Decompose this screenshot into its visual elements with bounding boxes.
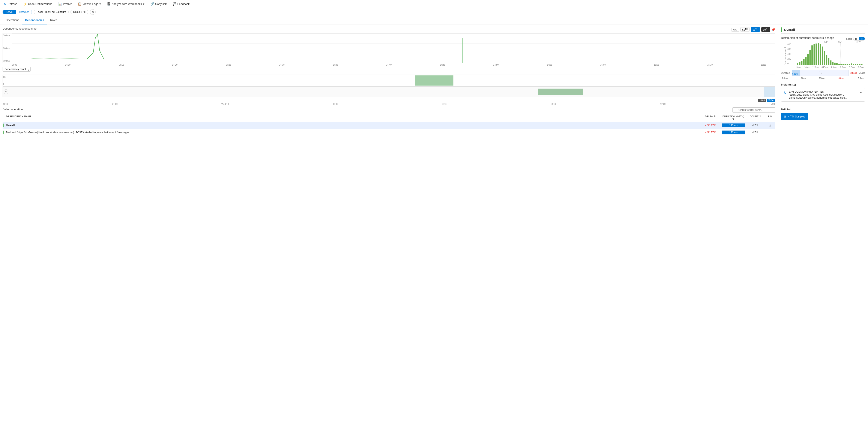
svg-rect-13 bbox=[820, 44, 821, 65]
th-dependency-name: DEPENDENCY NAME bbox=[6, 115, 699, 120]
th-pin: PIN bbox=[766, 115, 774, 120]
overall-indicator bbox=[781, 27, 782, 32]
table-row[interactable]: Overall ↗ 54.77% 193 ms 4.74k ◎ bbox=[3, 122, 775, 129]
tab-operations[interactable]: Operations bbox=[3, 16, 22, 24]
svg-rect-26 bbox=[846, 64, 848, 65]
avg-btn[interactable]: Avg bbox=[731, 28, 739, 31]
tab-dependencies[interactable]: Dependencies bbox=[22, 16, 47, 24]
tab-roles[interactable]: Roles bbox=[47, 16, 60, 24]
view-in-logs-button[interactable]: 📋 View in Logs ▾ bbox=[76, 1, 102, 6]
count-sort-icon[interactable]: ⇅ bbox=[760, 115, 762, 118]
svg-rect-30 bbox=[855, 64, 856, 65]
scale-log-btn[interactable]: |||| bbox=[859, 37, 865, 40]
count-chart: 5k 0 bbox=[3, 75, 775, 86]
metric-dropdown[interactable]: Dependency count bbox=[3, 67, 31, 71]
timeline-selected-range bbox=[764, 87, 775, 97]
timeline-refresh-icon[interactable]: ↻ bbox=[4, 89, 8, 94]
row-duration: 193 ms bbox=[722, 123, 745, 127]
analyze-workbooks-button[interactable]: 📓 Analyze with Workbooks ▾ bbox=[106, 1, 146, 6]
svg-rect-17 bbox=[828, 58, 829, 65]
time-badge-start: 14:04 bbox=[758, 99, 766, 102]
insight-expand-icon[interactable]: ⌄ bbox=[860, 90, 862, 94]
row-count: 4.74k bbox=[747, 131, 764, 134]
insight-refresh-icon: ↻ bbox=[784, 91, 786, 95]
count-y-label-0: 0 bbox=[3, 83, 4, 85]
table-row[interactable]: Backend (https://sb-3eznvkjdtamlu.servic… bbox=[3, 129, 775, 136]
svg-rect-12 bbox=[818, 43, 819, 65]
scale-label: Scale bbox=[846, 37, 852, 40]
p99-btn[interactable]: 99TH bbox=[761, 27, 770, 32]
search-input[interactable] bbox=[732, 108, 775, 113]
timeline-chart: ↻ bbox=[3, 86, 775, 97]
scale-toggle[interactable]: |||| |||| bbox=[853, 37, 865, 40]
pin-chart-button[interactable]: 📌 bbox=[772, 28, 775, 31]
drill-samples-button[interactable]: ⊞ 4.74k Samples bbox=[781, 113, 808, 120]
time-filter-pill[interactable]: Local Time: Last 24 hours bbox=[34, 10, 69, 14]
y-axis-label: Dependency count bbox=[784, 47, 786, 65]
svg-rect-8 bbox=[809, 50, 811, 65]
row-delta: ↗ 54.77% bbox=[701, 131, 720, 134]
select-op-label: Select operation bbox=[3, 108, 23, 111]
copy-link-icon: 🔗 bbox=[151, 2, 154, 6]
row-dependency-name: Overall bbox=[6, 124, 699, 127]
copy-link-button[interactable]: 🔗 Copy link bbox=[149, 1, 168, 6]
p99-label: 99TH bbox=[856, 40, 861, 43]
insights-section: Insights (1) ↻ 97% COMMON PROPERTIES: re… bbox=[781, 83, 865, 101]
svg-rect-3 bbox=[799, 62, 800, 65]
svg-rect-20 bbox=[834, 63, 835, 65]
p95-btn[interactable]: 95TH bbox=[751, 27, 760, 32]
profiler-icon: 📊 bbox=[58, 2, 62, 6]
duration-sort-icon[interactable]: ⇅ bbox=[732, 118, 735, 120]
timeline-svg bbox=[9, 87, 764, 97]
search-wrapper: 🔍 bbox=[732, 108, 775, 113]
svg-rect-0 bbox=[415, 76, 454, 86]
svg-rect-5 bbox=[803, 59, 804, 65]
dropdown-wrapper[interactable]: Dependency count bbox=[3, 67, 31, 73]
drill-section: Drill into... ⊞ 4.74k Samples bbox=[781, 105, 865, 120]
feedback-button[interactable]: 💬 Feedback bbox=[172, 1, 191, 6]
distribution-title: Distribution of durations: zoom into a r… bbox=[781, 36, 834, 39]
duration-slider[interactable]: 1.0ms ⛶ bbox=[792, 70, 849, 76]
row-pin-btn[interactable]: ◎ bbox=[766, 124, 774, 127]
refresh-button[interactable]: ↻ Refresh bbox=[3, 1, 19, 6]
delta-sort-icon[interactable]: ⇅ bbox=[714, 115, 716, 118]
chart-section: Dependency response time Avg 50TH 95TH 9… bbox=[3, 27, 775, 105]
chart-y-labels: 200 ms 200 ms 190ms bbox=[3, 33, 12, 63]
duration-max-label: 3.8sec bbox=[850, 72, 857, 74]
duration-label: Duration bbox=[781, 71, 790, 74]
row-dependency-name: Backend (https://sb-3eznvkjdtamlu.servic… bbox=[6, 131, 699, 134]
server-tab-button[interactable]: Server bbox=[3, 10, 16, 14]
insight-properties: resultCode, client_City, client_CountryO… bbox=[789, 93, 847, 99]
svg-rect-32 bbox=[859, 64, 860, 65]
browser-tab-button[interactable]: Browser bbox=[16, 10, 32, 14]
svg-rect-6 bbox=[805, 57, 806, 65]
duration-range-section: Duration 1.0ms ⛶ 3.8sec 5.5sec 1.0ms 94m… bbox=[781, 70, 865, 80]
filter-bar: Server Browser Local Time: Last 24 hours… bbox=[0, 8, 868, 16]
svg-rect-11 bbox=[815, 43, 817, 65]
duration-range-labels: 1.0ms 94ms 190ms 3.8sec 5.5sec bbox=[781, 77, 865, 80]
profiler-button[interactable]: 📊 Profiler bbox=[57, 1, 73, 6]
svg-rect-23 bbox=[840, 64, 842, 65]
svg-rect-31 bbox=[857, 64, 858, 65]
p50-btn[interactable]: 50TH bbox=[741, 27, 749, 32]
scale-linear-btn[interactable]: |||| bbox=[854, 37, 859, 40]
roles-filter-pill[interactable]: Roles = All bbox=[70, 10, 88, 14]
insights-title: Insights (1) bbox=[781, 83, 865, 86]
filter-options-button[interactable]: ⊙ bbox=[90, 9, 96, 15]
svg-rect-25 bbox=[845, 64, 846, 65]
count-chart-svg bbox=[9, 75, 775, 86]
insight-text: 97% COMMON PROPERTIES: resultCode, clien… bbox=[789, 90, 858, 99]
logs-icon: 📋 bbox=[78, 2, 82, 6]
code-optimizations-button[interactable]: ⚡ Code Optimizations bbox=[22, 1, 54, 6]
logs-dropdown-icon: ▾ bbox=[99, 2, 101, 6]
time-badge-end: 15:16 bbox=[767, 99, 775, 102]
row-indicator bbox=[3, 123, 4, 127]
tabs: Operations Dependencies Roles bbox=[0, 16, 868, 24]
th-duration: DURATION (95TH) ⇅ bbox=[722, 115, 745, 120]
svg-rect-7 bbox=[807, 54, 809, 65]
main-chart: 200 ms 200 ms 190ms bbox=[3, 33, 775, 63]
histogram-container: 800 600 400 200 0 50TH 95 bbox=[787, 43, 865, 69]
histogram-x-labels: 1.0ms 18ms 120ms 440ms 1.0sec 1.8sec 3.0… bbox=[795, 66, 865, 69]
server-browser-toggle[interactable]: Server Browser bbox=[3, 10, 32, 14]
right-panel: Overall Distribution of durations: zoom … bbox=[778, 24, 868, 445]
